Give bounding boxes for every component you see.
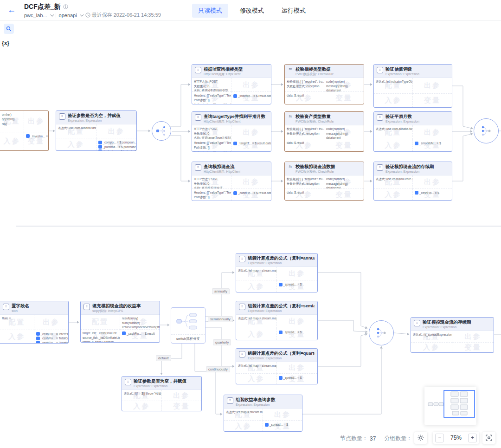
config-line: umber) (2, 112, 22, 117)
search-button[interactable] (4, 24, 14, 34)
node-partial-left-top[interactable]: 配置umber)ge(string)ray)出参入参变量_investm... … (0, 110, 49, 151)
info-icon[interactable] (63, 4, 68, 9)
node-fill-cashflow-yield[interactable]: ≡填充模拟现金流的收益率scipy插值: InterpGPS配置出参result… (80, 301, 160, 343)
expression-icon: ≡ (59, 113, 65, 120)
node-title: 验证估值评级 (385, 66, 419, 72)
fit-view-button[interactable] (482, 432, 495, 444)
variable-badge: _cashFlo... = $.result (122, 331, 158, 335)
quadrant-tr: 出参result(array)sum(number)iPsaSComponent… (120, 315, 160, 330)
edge-label: quarterly (213, 339, 231, 345)
settings-button[interactable] (414, 432, 427, 444)
node-check-asset-type[interactable]: fx校验资产类型数量PWC数据校验: CheckRule配置校验规则: [ { … (284, 111, 364, 152)
flow-edge (318, 273, 367, 328)
node-body: 配置表达式: if(!==$){ throw "传递的...出参入参变量 (122, 390, 201, 411)
node-verify-cashflow-duration-top[interactable]: ≡验证模拟现金流的存续期Expression: Expression配置表达式:… (373, 162, 452, 201)
zoom-controls: − 75% + (433, 432, 479, 444)
node-formula-annually[interactable]: ≡组装计算点差的公式（复利=annually）Expression: Expre… (236, 253, 318, 292)
node-body: 配置表达式: use com.alibaba.fastjson...出参入参变量… (56, 124, 136, 150)
config-line: 表达式: use com.alibaba.fastjson... (58, 126, 94, 130)
node-subtitle: PWC数据校验: CheckRule (295, 72, 334, 76)
node-title: 组装计算点差的公式（复利=quarterly） (248, 351, 315, 356)
node-subtitle: Expression: Expression (134, 384, 186, 388)
tab-edit-mode[interactable]: 修改模式 (234, 4, 270, 18)
quadrant-tl: 配置表达式: let map = stream.map()... (236, 362, 277, 374)
expression-icon: ≡ (377, 164, 383, 171)
node-title: 填充模拟现金流的收益率 (92, 303, 141, 309)
node-title: 根据id查询指标类型 (204, 66, 243, 72)
node-validate-params-bottom[interactable]: ≡验证参数是否为空，并赋值Expression: Expression配置表达式… (122, 376, 202, 411)
quadrant-bl: 入参 (374, 139, 413, 151)
node-verify-valuation-rating[interactable]: ≡验证估值评级Expression: Expression配置表达式: let … (373, 64, 452, 108)
node-yield-query-params[interactable]: ≡组装收益率查询参数Expression: Expression配置表达式: l… (224, 395, 302, 432)
quadrant-tl: 配置校验规则: [ { "required": tru...失败处理方式: ex… (285, 125, 324, 139)
quadrant-tr: 出参code(number)message(string)data(array) (324, 175, 364, 189)
config-line: 表达式: if(!==$){ throw "传递的... (124, 391, 160, 396)
node-check-sim-cashflow[interactable]: fx校验模拟现金流数据PWC数据校验: CheckRule配置校验规则: [ {… (284, 162, 364, 201)
workspace-select[interactable]: pwc_lab... (24, 13, 47, 18)
quadrant-br: 变量_cashFlo... = InterestRate_cashFlo... … (34, 330, 69, 343)
node-formula-semiannually[interactable]: ≡组装计算点差的公式（复利=semiannually）Expression: E… (236, 301, 318, 340)
variable-badge-text: _smoothM... = $ (419, 142, 441, 145)
quadrant-tr: 出参 (231, 175, 271, 189)
node-validate-params-top[interactable]: ≡验证参数是否为空，并赋值Expression: Expression配置表达式… (56, 110, 137, 151)
switch-label: switch流程分支 (171, 334, 205, 343)
node-check-indicator-type[interactable]: fx校验指标类型数据PWC数据校验: CheckRule配置校验规则: [ { … (284, 64, 364, 104)
node-subtitle: scipy插值: InterpGPS (92, 309, 141, 313)
config-line: HTTP方法: POST (194, 177, 229, 182)
node-title: 组装计算点差的公式（复利=semiannually） (248, 303, 315, 309)
quadrant-bl: 入参data: $.result (285, 139, 324, 151)
minimap-viewport[interactable] (444, 390, 475, 417)
chevron-down-icon[interactable] (80, 13, 84, 16)
watermark-bl: 入参 (236, 375, 276, 383)
config-line: HTTP方法: POST (194, 79, 229, 84)
config-line: Path参数: [] (194, 145, 229, 150)
variable-badge-text: _targetT... = $.result.data (238, 142, 271, 145)
node-http-query-indicator-type[interactable]: ≡根据id查询指标类型HttpClient调用: HttpClient配置HTT… (192, 64, 271, 104)
breadcrumb: pwc_lab... openapi 最近保存 2022-06-21 14:35… (24, 12, 161, 19)
node-http-query-sim-cashflow[interactable]: ≡查询模拟现金流HttpClient调用: HttpClient配置HTTP方法… (192, 162, 271, 201)
node-verify-smooth-months[interactable]: ≡验证平滑月数Expression: Expression配置表达式: use … (373, 111, 452, 152)
hub-branch-out[interactable] (152, 121, 171, 141)
flow-canvas[interactable]: 配置umber)ge(string)ray)出参入参变量_investm... … (0, 0, 501, 448)
minimap[interactable] (424, 387, 476, 425)
watermark-br: 变量 (24, 137, 48, 146)
zoom-out-button[interactable]: − (435, 434, 444, 442)
quadrant-br: 变量_investm... = $.investm... (24, 132, 48, 150)
back-button[interactable]: ← (7, 5, 16, 15)
tab-run-mode[interactable]: 运行模式 (276, 4, 312, 18)
config-line: data: $.result (287, 93, 322, 98)
node-formula-quarterly[interactable]: ≡组装计算点差的公式（复利=quarterly）Expression: Expr… (236, 348, 318, 384)
hub-merge-bottom[interactable] (369, 320, 394, 345)
quadrant-br: 变量_smoothM... = $ (413, 139, 452, 151)
watermark-tl: 配置 (81, 318, 120, 326)
expression-icon: ≡ (3, 304, 9, 310)
node-partial-set-field-name[interactable]: ≡置字段名sion配置Rate =...出参入参变量_cashFlo... = … (0, 301, 69, 344)
node-subtitle: Expression: Expression (248, 356, 315, 360)
flow-edge (318, 334, 367, 366)
watermark-tr: 出参 (413, 81, 452, 90)
node-http-query-target-type[interactable]: ≡查询targetType并找到平滑月数HttpClient调用: HttpCl… (192, 111, 271, 152)
api-select[interactable]: openapi (59, 13, 77, 18)
flow-edge (452, 134, 473, 181)
config-line: 失败处理方式: exception (287, 131, 322, 136)
variable-badge-icon (265, 423, 269, 427)
node-subtitle: Expression: Expression (68, 118, 121, 123)
node-body: 配置表达式: use cn.hutool.core.date...出参入参变量_… (374, 175, 452, 200)
search-icon (6, 26, 12, 32)
zoom-in-button[interactable]: + (468, 434, 477, 442)
hub-merge-top[interactable] (474, 118, 499, 143)
quadrant-br: 变量_spread... = $ (277, 374, 318, 384)
watermark-bl: 入参 (0, 137, 24, 146)
node-verify-cashflow-duration-bottom[interactable]: ≡验证模拟现金流的存续期Expression: Expression配置表达式:… (411, 317, 494, 353)
node-header: ≡根据id查询指标类型HttpClient调用: HttpClient (192, 65, 271, 78)
chevron-down-icon[interactable] (50, 13, 54, 16)
quadrant-tr: 出参 (277, 315, 318, 328)
node-switch-branch[interactable]: switch流程分支 (171, 307, 206, 344)
node-body: 配置表达式: let map = stream.map()...出参入参变量_s… (236, 315, 317, 340)
tab-readonly-mode[interactable]: 只读模式 (192, 4, 228, 18)
variables-panel-toggle[interactable]: {x} (2, 40, 9, 46)
quadrant-bl: 入参data: $.result (285, 189, 324, 200)
variable-badge-text: _indicato... = $.indicatorT... (103, 149, 137, 150)
node-subtitle: Expression: Expression (423, 325, 471, 329)
variable-badge: _spread... = $ (279, 376, 316, 380)
